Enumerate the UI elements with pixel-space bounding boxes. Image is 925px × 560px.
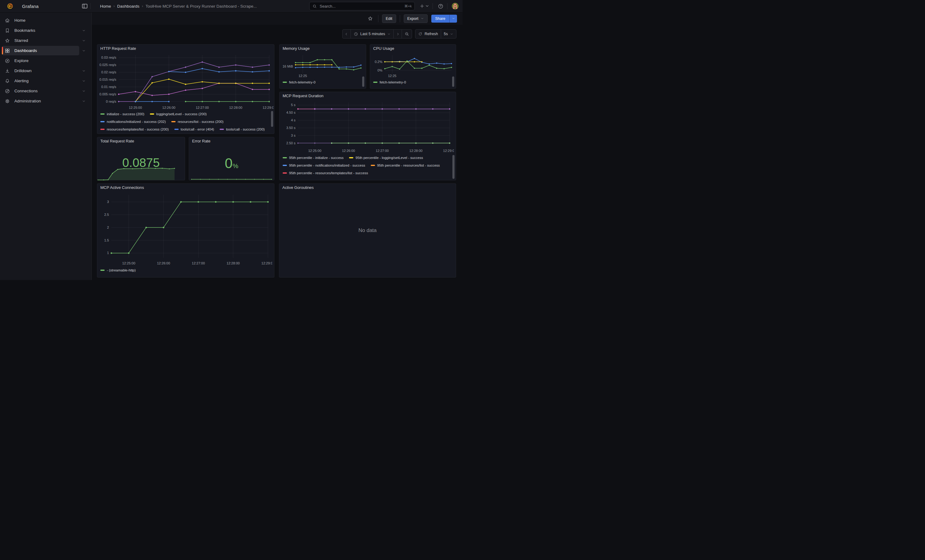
panel-title[interactable]: Error Rate (192, 139, 211, 143)
legend-item[interactable]: fetch-telemetry-0 (373, 78, 406, 86)
zoom-out-button[interactable] (402, 30, 412, 38)
legend-item[interactable]: fetch-telemetry-0 (283, 78, 315, 86)
legend-item[interactable]: logging/setLevel - success (200) (150, 110, 207, 118)
sidebar-expand-administration[interactable] (79, 96, 88, 106)
legend-item[interactable]: initialize - success (200) (100, 110, 145, 118)
grafana-logo[interactable] (6, 2, 14, 10)
edit-button[interactable]: Edit (382, 14, 396, 23)
star-dashboard-button[interactable] (366, 15, 374, 23)
panel-title[interactable]: Total Request Rate (100, 139, 134, 143)
sidebar-item-administration[interactable]: Administration (2, 96, 79, 106)
sidebar-toggle-icon[interactable] (81, 3, 88, 9)
legend-label: 95th percentile - initialize - success (289, 156, 343, 159)
legend-item[interactable]: 95th percentile - resources/templates/li… (283, 169, 368, 177)
panel-mcp-request-duration: MCP Request Duration 2.50 s3 s3.50 s4 s4… (279, 92, 456, 180)
legend-item[interactable]: 95th percentile - logging/setLevel - suc… (349, 154, 423, 161)
legend-item[interactable]: unknown - success (200) (150, 133, 196, 134)
chevron-down-icon (82, 39, 86, 42)
time-range-picker[interactable]: Last 5 minutes (351, 30, 393, 38)
error-rate-sparkline (190, 176, 273, 180)
legend-label: 95th percentile - resources/list - succe… (377, 164, 440, 167)
panel-title[interactable]: MCP Request Duration (283, 93, 323, 98)
legend-item[interactable]: resources/list - success (200) (171, 118, 224, 125)
svg-text:2.50 s: 2.50 s (286, 141, 295, 145)
mcp-active-connections-chart[interactable]: 11.522.5312:25:0012:26:0012:27:0012:28:0… (98, 191, 272, 266)
legend-item[interactable]: 95th percentile - resources/list - succe… (371, 161, 440, 169)
panel-title[interactable]: MCP Active Connections (100, 185, 144, 190)
legend-item[interactable]: notifications/initialized - success (202… (100, 118, 166, 125)
export-button[interactable]: Export (404, 14, 428, 23)
refresh-button[interactable]: Refresh (416, 30, 441, 38)
chevron-down-icon (450, 32, 453, 36)
gear-icon (5, 98, 10, 104)
legend-swatch-icon (349, 157, 353, 158)
memory-usage-chart[interactable]: 16 MiB12:25 (280, 52, 364, 78)
avatar[interactable] (452, 3, 458, 9)
panel-title[interactable]: CPU Usage (373, 46, 394, 51)
legend-item[interactable]: tools/list - success (200) (100, 133, 145, 134)
sidebar-item-label: Drilldown (14, 69, 32, 73)
share-button[interactable]: Share (431, 15, 457, 23)
add-new-button[interactable] (419, 3, 430, 9)
refresh-interval-picker[interactable]: 5s (441, 30, 456, 38)
dashboard-canvas: Last 5 minutes Refresh 5s (92, 25, 462, 280)
sidebar-item-drilldown[interactable]: Drilldown (2, 66, 79, 75)
svg-text:12:25:00: 12:25:00 (122, 261, 135, 265)
divider (400, 15, 400, 22)
legend-label: - (streamable-http) (107, 269, 136, 272)
legend-item[interactable]: - (streamable-http) (100, 266, 136, 274)
sidebar-expand-alerting[interactable] (79, 76, 88, 86)
share-menu-button[interactable] (449, 15, 457, 23)
svg-text:0.015 req/s: 0.015 req/s (99, 78, 116, 81)
legend-scrollbar[interactable] (271, 111, 273, 127)
sidebar-expand-dashboards[interactable] (79, 46, 88, 56)
panel-title[interactable]: HTTP Request Rate (100, 46, 136, 51)
http-request-rate-chart[interactable]: 0 req/s0.005 req/s0.01 req/s0.015 req/s0… (98, 53, 273, 110)
breadcrumb-home[interactable]: Home (100, 4, 111, 9)
legend-scrollbar[interactable] (452, 155, 455, 179)
share-label: Share (431, 15, 449, 23)
legend-scrollbar[interactable] (362, 77, 364, 87)
legend-item[interactable]: tools/call - success (200) (220, 125, 265, 133)
help-icon[interactable] (437, 3, 444, 9)
legend-label: fetch-telemetry-0 (289, 80, 315, 84)
svg-text:0.005 req/s: 0.005 req/s (99, 92, 116, 96)
no-data-message: No data (279, 184, 456, 277)
sidebar-item-dashboards[interactable]: Dashboards (2, 46, 79, 56)
cpu-usage-chart[interactable]: 0.2%0%12:25 (371, 52, 455, 78)
sidebar-item-explore[interactable]: Explore (2, 56, 88, 65)
mcp-request-duration-chart[interactable]: 2.50 s3 s3.50 s4 s4.50 s5 s12:25:0012:26… (280, 99, 454, 153)
svg-text:0 req/s: 0 req/s (106, 100, 116, 103)
panel-http-request-rate: HTTP Request Rate 0 req/s0.005 req/s0.01… (97, 44, 274, 134)
legend-scrollbar[interactable] (452, 77, 454, 87)
chart-svg: 2.50 s3 s3.50 s4 s4.50 s5 s12:25:0012:26… (280, 99, 454, 153)
time-shift-forward-button[interactable] (393, 30, 402, 38)
sidebar-expand-drilldown[interactable] (79, 66, 88, 75)
sidebar-item-alerting[interactable]: Alerting (2, 76, 79, 86)
sidebar-item-starred[interactable]: Starred (2, 36, 79, 45)
search-input[interactable] (319, 4, 402, 9)
sidebar-item-bookmarks[interactable]: Bookmarks (2, 26, 79, 35)
panel-total-request-rate: Total Request Rate 0.0875 (97, 137, 185, 180)
compass-icon (5, 58, 10, 64)
panel-title[interactable]: Memory Usage (283, 46, 310, 51)
chevron-right-icon (396, 32, 400, 36)
legend-item[interactable]: tools/call - error (404) (174, 125, 214, 133)
sidebar-expand-connections[interactable] (79, 86, 88, 96)
sidebar-item-home[interactable]: Home (2, 16, 88, 25)
sidebar-row-bookmarks: Bookmarks (0, 26, 92, 36)
sidebar-item-label: Connections (14, 89, 38, 93)
time-shift-back-button[interactable] (343, 30, 351, 38)
legend-item[interactable]: 95th percentile - notifications/initiali… (283, 161, 365, 169)
brand-name: Grafana (22, 0, 39, 12)
legend-item[interactable]: resources/templates/list - success (200) (100, 125, 169, 133)
panel-cpu-usage: CPU Usage 0.2%0%12:25 fetch-telemetry-0 (370, 44, 456, 89)
panel-memory-usage: Memory Usage 16 MiB12:25 fetch-telemetry… (279, 44, 366, 89)
sidebar-expand-bookmarks[interactable] (79, 26, 88, 35)
legend-item[interactable]: 95th percentile - initialize - success (283, 154, 343, 161)
sidebar-expand-starred[interactable] (79, 36, 88, 45)
breadcrumb-dashboards[interactable]: Dashboards (117, 4, 140, 9)
sidebar-item-connections[interactable]: Connections (2, 86, 79, 96)
legend-swatch-icon (100, 129, 105, 130)
svg-text:12:26:00: 12:26:00 (157, 261, 170, 265)
